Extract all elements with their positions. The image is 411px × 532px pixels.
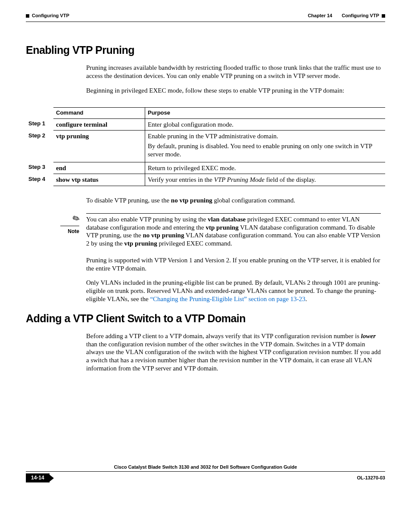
header-chapter-title: Configuring VTP	[342, 13, 379, 19]
table-row: Step 1 configure terminal Enter global c…	[26, 118, 385, 131]
page-number: 14-14	[26, 473, 50, 482]
body-paragraph: To disable VTP pruning, use the no vtp p…	[86, 196, 381, 205]
table-row: Step 3 end Return to privileged EXEC mod…	[26, 162, 385, 174]
section-heading-pruning: Enabling VTP Pruning	[26, 44, 385, 57]
col-step	[26, 108, 53, 118]
running-header: Configuring VTP Chapter 14 Configuring V…	[26, 13, 385, 19]
steps-table: Command Purpose Step 1 configure termina…	[26, 107, 385, 186]
section-heading-client: Adding a VTP Client Switch to a VTP Doma…	[26, 312, 385, 325]
note-label: Note	[68, 228, 79, 234]
document-number: OL-13270-03	[357, 475, 385, 481]
header-chapter-label: Chapter 14	[308, 13, 332, 19]
pencil-icon: ✎	[69, 212, 82, 226]
xref-link[interactable]: “Changing the Pruning-Eligible List” sec…	[150, 296, 305, 302]
note-text: You can also enable VTP pruning by using…	[86, 213, 381, 248]
body-paragraph: Pruning increases available bandwidth by…	[86, 64, 381, 80]
page-arrow-icon	[50, 475, 54, 482]
body-paragraph: Before adding a VTP client to a VTP doma…	[86, 332, 381, 373]
header-marker-icon	[382, 14, 385, 18]
body-paragraph: Pruning is supported with VTP Version 1 …	[86, 256, 381, 273]
table-row: Step 4 show vtp status Verify your entri…	[26, 174, 385, 186]
header-section: Configuring VTP	[32, 13, 69, 19]
note-block: ✎ Note You can also enable VTP pruning b…	[60, 213, 381, 248]
table-row: Step 2 vtp pruning Enable pruning in the…	[26, 131, 385, 162]
col-purpose: Purpose	[145, 108, 386, 118]
header-rule	[26, 22, 385, 22]
body-paragraph: Only VLANs included in the pruning-eligi…	[86, 279, 381, 303]
body-paragraph: Beginning in privileged EXEC mode, follo…	[86, 87, 381, 95]
footer-book-title: Cisco Catalyst Blade Switch 3130 and 303…	[26, 464, 385, 472]
col-command: Command	[53, 108, 145, 118]
page-footer: Cisco Catalyst Blade Switch 3130 and 303…	[26, 464, 385, 482]
header-marker-icon	[26, 14, 29, 18]
